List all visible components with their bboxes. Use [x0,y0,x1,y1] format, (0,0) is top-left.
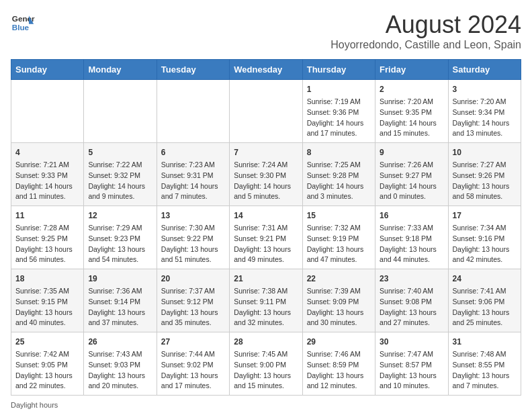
calendar-cell: 25Sunrise: 7:42 AM Sunset: 9:05 PM Dayli… [11,332,84,396]
day-number: 25 [15,336,79,348]
day-number: 31 [453,336,517,348]
day-number: 19 [88,273,152,285]
title-area: August 2024 Hoyorredondo, Castille and L… [330,11,521,51]
calendar-cell: 23Sunrise: 7:40 AM Sunset: 9:08 PM Dayli… [375,269,448,332]
calendar-cell: 30Sunrise: 7:47 AM Sunset: 8:57 PM Dayli… [375,332,448,396]
calendar-cell: 8Sunrise: 7:25 AM Sunset: 9:28 PM Daylig… [302,143,375,206]
logo: General Blue General Blue [11,11,35,35]
calendar-week-row: 1Sunrise: 7:19 AM Sunset: 9:36 PM Daylig… [11,80,521,143]
calendar-cell: 3Sunrise: 7:20 AM Sunset: 9:34 PM Daylig… [448,80,521,143]
day-number: 23 [380,273,443,285]
calendar-cell [84,80,157,143]
calendar-cell: 28Sunrise: 7:45 AM Sunset: 9:00 PM Dayli… [230,332,302,396]
calendar-cell: 20Sunrise: 7:37 AM Sunset: 9:12 PM Dayli… [157,269,229,332]
calendar-cell [157,80,229,143]
day-number: 17 [453,210,517,222]
calendar-cell: 21Sunrise: 7:38 AM Sunset: 9:11 PM Dayli… [230,269,302,332]
calendar-cell: 14Sunrise: 7:31 AM Sunset: 9:21 PM Dayli… [230,206,302,269]
day-number: 10 [453,146,517,158]
calendar-cell: 1Sunrise: 7:19 AM Sunset: 9:36 PM Daylig… [302,80,375,143]
header-area: General Blue General Blue August 2024 Ho… [11,11,521,51]
day-number: 29 [307,336,371,348]
calendar-cell: 12Sunrise: 7:29 AM Sunset: 9:23 PM Dayli… [84,206,157,269]
page-subtitle: Hoyorredondo, Castille and Leon, Spain [330,39,521,51]
weekday-header: Saturday [448,60,521,80]
calendar-cell: 24Sunrise: 7:41 AM Sunset: 9:06 PM Dayli… [448,269,521,332]
calendar-cell: 22Sunrise: 7:39 AM Sunset: 9:09 PM Dayli… [302,269,375,332]
day-number: 13 [161,210,225,222]
day-number: 16 [380,210,443,222]
day-info: Sunrise: 7:33 AM Sunset: 9:18 PM Dayligh… [380,223,443,265]
day-number: 14 [234,210,298,222]
calendar-cell: 29Sunrise: 7:46 AM Sunset: 8:59 PM Dayli… [302,332,375,396]
daylight-label: Daylight hours [11,401,58,409]
day-info: Sunrise: 7:48 AM Sunset: 8:55 PM Dayligh… [453,349,517,392]
calendar-cell [230,80,302,143]
weekday-header: Sunday [11,60,84,80]
day-number: 6 [161,146,225,158]
day-info: Sunrise: 7:30 AM Sunset: 9:22 PM Dayligh… [161,223,225,265]
day-info: Sunrise: 7:21 AM Sunset: 9:33 PM Dayligh… [15,160,79,202]
day-number: 5 [88,146,152,158]
calendar-cell: 13Sunrise: 7:30 AM Sunset: 9:22 PM Dayli… [157,206,229,269]
day-number: 30 [380,336,443,348]
day-number: 27 [161,336,225,348]
day-info: Sunrise: 7:41 AM Sunset: 9:06 PM Dayligh… [453,286,517,328]
calendar-cell: 15Sunrise: 7:32 AM Sunset: 9:19 PM Dayli… [302,206,375,269]
day-info: Sunrise: 7:45 AM Sunset: 9:00 PM Dayligh… [234,349,298,392]
day-number: 4 [15,146,79,158]
calendar-cell: 4Sunrise: 7:21 AM Sunset: 9:33 PM Daylig… [11,143,84,206]
day-info: Sunrise: 7:43 AM Sunset: 9:03 PM Dayligh… [88,349,152,392]
day-info: Sunrise: 7:39 AM Sunset: 9:09 PM Dayligh… [307,286,371,328]
day-number: 22 [307,273,371,285]
calendar-cell: 9Sunrise: 7:26 AM Sunset: 9:27 PM Daylig… [375,143,448,206]
day-info: Sunrise: 7:40 AM Sunset: 9:08 PM Dayligh… [380,286,443,328]
day-info: Sunrise: 7:28 AM Sunset: 9:25 PM Dayligh… [15,223,79,265]
calendar-cell: 2Sunrise: 7:20 AM Sunset: 9:35 PM Daylig… [375,80,448,143]
day-number: 28 [234,336,298,348]
day-info: Sunrise: 7:20 AM Sunset: 9:34 PM Dayligh… [453,97,517,139]
day-number: 20 [161,273,225,285]
calendar-cell: 27Sunrise: 7:44 AM Sunset: 9:02 PM Dayli… [157,332,229,396]
day-number: 9 [380,146,443,158]
day-number: 8 [307,146,371,158]
weekday-header: Monday [84,60,157,80]
calendar-week-row: 25Sunrise: 7:42 AM Sunset: 9:05 PM Dayli… [11,332,521,396]
calendar-cell: 10Sunrise: 7:27 AM Sunset: 9:26 PM Dayli… [448,143,521,206]
calendar-header-row: SundayMondayTuesdayWednesdayThursdayFrid… [11,60,521,80]
day-info: Sunrise: 7:42 AM Sunset: 9:05 PM Dayligh… [15,349,79,392]
calendar-cell: 16Sunrise: 7:33 AM Sunset: 9:18 PM Dayli… [375,206,448,269]
day-number: 12 [88,210,152,222]
day-info: Sunrise: 7:32 AM Sunset: 9:19 PM Dayligh… [307,223,371,265]
day-number: 7 [234,146,298,158]
page-title: August 2024 [330,11,521,39]
calendar-week-row: 18Sunrise: 7:35 AM Sunset: 9:15 PM Dayli… [11,269,521,332]
day-number: 11 [15,210,79,222]
calendar-cell: 19Sunrise: 7:36 AM Sunset: 9:14 PM Dayli… [84,269,157,332]
calendar-cell: 7Sunrise: 7:24 AM Sunset: 9:30 PM Daylig… [230,143,302,206]
calendar-week-row: 4Sunrise: 7:21 AM Sunset: 9:33 PM Daylig… [11,143,521,206]
day-info: Sunrise: 7:29 AM Sunset: 9:23 PM Dayligh… [88,223,152,265]
day-info: Sunrise: 7:20 AM Sunset: 9:35 PM Dayligh… [380,97,443,139]
day-info: Sunrise: 7:36 AM Sunset: 9:14 PM Dayligh… [88,286,152,328]
calendar-cell: 6Sunrise: 7:23 AM Sunset: 9:31 PM Daylig… [157,143,229,206]
day-number: 26 [88,336,152,348]
calendar-table: SundayMondayTuesdayWednesdayThursdayFrid… [11,59,521,396]
calendar-week-row: 11Sunrise: 7:28 AM Sunset: 9:25 PM Dayli… [11,206,521,269]
day-number: 3 [453,83,517,95]
calendar-cell: 31Sunrise: 7:48 AM Sunset: 8:55 PM Dayli… [448,332,521,396]
day-info: Sunrise: 7:46 AM Sunset: 8:59 PM Dayligh… [307,349,371,392]
calendar-cell: 26Sunrise: 7:43 AM Sunset: 9:03 PM Dayli… [84,332,157,396]
day-info: Sunrise: 7:31 AM Sunset: 9:21 PM Dayligh… [234,223,298,265]
day-info: Sunrise: 7:25 AM Sunset: 9:28 PM Dayligh… [307,160,371,202]
day-info: Sunrise: 7:23 AM Sunset: 9:31 PM Dayligh… [161,160,225,202]
day-number: 1 [307,83,371,95]
day-info: Sunrise: 7:47 AM Sunset: 8:57 PM Dayligh… [380,349,443,392]
day-number: 15 [307,210,371,222]
weekday-header: Tuesday [157,60,229,80]
weekday-header: Friday [375,60,448,80]
day-number: 18 [15,273,79,285]
day-info: Sunrise: 7:35 AM Sunset: 9:15 PM Dayligh… [15,286,79,328]
logo-icon: General Blue [11,11,35,35]
svg-text:Blue: Blue [12,23,30,32]
